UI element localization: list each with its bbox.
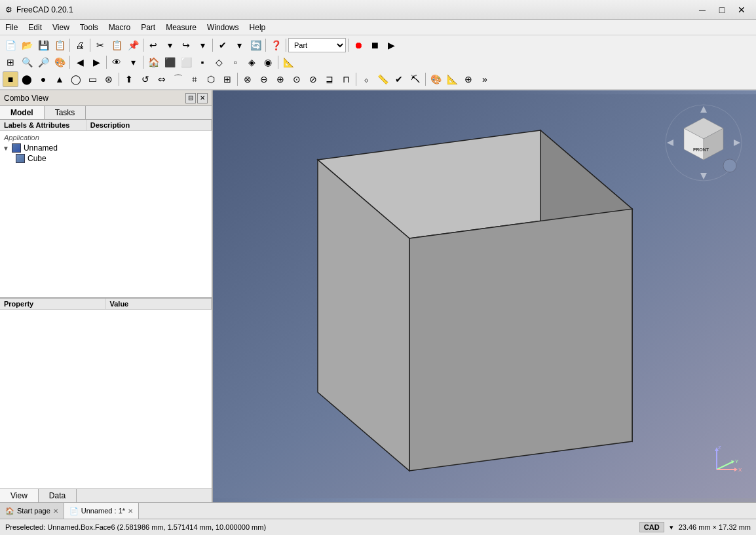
box-button[interactable]: ■ — [3, 71, 18, 87]
compound-button[interactable]: ⊛ — [101, 71, 117, 87]
back-button[interactable]: ◀ — [72, 54, 88, 70]
tree-header: Labels & Attributes Description — [0, 120, 212, 131]
face-button[interactable]: ⬡ — [203, 71, 219, 87]
menu-item-measure[interactable]: Measure — [161, 20, 202, 35]
left-view-button[interactable]: ◈ — [244, 54, 259, 70]
chamfer-button[interactable]: ⌗ — [187, 71, 202, 87]
view-drop-button[interactable]: 👁 — [109, 54, 124, 70]
tab-unnamed-doc[interactable]: 📄 Unnamed : 1* ✕ — [64, 503, 139, 519]
help-button[interactable]: ❓ — [268, 37, 284, 53]
torus-button[interactable]: ◯ — [68, 71, 84, 87]
check-geometry-button[interactable]: ✔ — [391, 71, 407, 87]
more-button[interactable]: ⊕ — [461, 71, 476, 87]
unnamed-doc-close[interactable]: ✕ — [128, 507, 133, 515]
tube-button[interactable]: ▭ — [85, 71, 100, 87]
offset3d-button[interactable]: ⊞ — [219, 71, 235, 87]
float-button[interactable]: ⊟ — [185, 93, 196, 103]
menu-item-part[interactable]: Part — [136, 20, 161, 35]
paste-button[interactable]: 📌 — [125, 37, 141, 53]
refresh-button[interactable]: 🔄 — [248, 37, 263, 53]
measure-view-button[interactable]: 📐 — [280, 54, 296, 70]
std-views-button[interactable]: 🏠 — [145, 54, 161, 70]
common-button[interactable]: ⊙ — [289, 71, 305, 87]
redo-dropdown-button[interactable]: ▾ — [195, 37, 210, 53]
record-macro-button[interactable]: ⏺ — [350, 37, 366, 53]
draw-style-button[interactable]: 🎨 — [52, 54, 67, 70]
menu-item-file[interactable]: File — [0, 20, 23, 35]
model-tasks-tabs: Model Tasks — [0, 106, 212, 120]
tab-start-page[interactable]: 🏠 Start page ✕ — [0, 503, 64, 519]
extrude-button[interactable]: ⬆ — [121, 71, 137, 87]
print-button[interactable]: 🖨 — [72, 37, 88, 53]
cylinder-button[interactable]: ⬤ — [19, 71, 35, 87]
view-drop-arrow[interactable]: ▾ — [125, 54, 141, 70]
toolbar-sep-6 — [286, 39, 286, 52]
tab-tasks[interactable]: Tasks — [45, 106, 86, 119]
minimize-button[interactable]: ─ — [693, 3, 711, 16]
menu-item-view[interactable]: View — [47, 20, 75, 35]
combo-close-button[interactable]: ✕ — [197, 93, 208, 103]
measure2-button[interactable]: 📐 — [444, 71, 460, 87]
section-button[interactable]: ⊘ — [305, 71, 321, 87]
right-view-button[interactable]: ▪ — [195, 54, 210, 70]
zoom-in-button[interactable]: 🔍 — [19, 54, 35, 70]
copy-button[interactable]: 📋 — [109, 37, 124, 53]
measure-part-button[interactable]: 📏 — [375, 71, 390, 87]
sphere-button[interactable]: ● — [35, 71, 51, 87]
close-button[interactable]: ✕ — [732, 3, 751, 16]
front-view-button[interactable]: ⬛ — [162, 54, 178, 70]
revolve-button[interactable]: ↺ — [138, 71, 153, 87]
top-view-button[interactable]: ⬜ — [178, 54, 194, 70]
redo-button[interactable]: ↪ — [178, 37, 194, 53]
zoom-out-button[interactable]: 🔎 — [35, 54, 51, 70]
cone-button[interactable]: ▲ — [52, 71, 67, 87]
cut-part-button[interactable]: ⊖ — [256, 71, 272, 87]
unnamed-icon — [12, 143, 21, 153]
mark-button[interactable]: ✔ — [215, 37, 231, 53]
cad-dropdown-arrow[interactable]: ▾ — [670, 523, 673, 532]
fillet-button[interactable]: ⌒ — [170, 71, 186, 87]
menu-item-macro[interactable]: Macro — [104, 20, 136, 35]
new-file-button[interactable]: 📄 — [3, 37, 18, 53]
exec-macro-button[interactable]: ▶ — [383, 37, 399, 53]
menu-item-windows[interactable]: Windows — [202, 20, 244, 35]
cut-button[interactable]: ✂ — [92, 37, 108, 53]
undo-button[interactable]: ↩ — [145, 37, 161, 53]
cad-badge[interactable]: CAD — [639, 522, 664, 532]
workbench-dropdown[interactable]: Part Part Design Sketcher Draft — [288, 38, 346, 52]
mark-dropdown-button[interactable]: ▾ — [231, 37, 247, 53]
save-button[interactable]: 💾 — [35, 37, 51, 53]
tab-view[interactable]: View — [0, 489, 39, 502]
navigation-cube[interactable]: FRONT — [664, 103, 743, 182]
stop-macro-button[interactable]: ⏹ — [367, 37, 383, 53]
menu-item-edit[interactable]: Edit — [23, 20, 47, 35]
boolean-button[interactable]: ⊗ — [240, 71, 255, 87]
zoom-fit-all-button[interactable]: ⊞ — [3, 54, 18, 70]
menu-item-tools[interactable]: Tools — [75, 20, 104, 35]
tab-data[interactable]: Data — [39, 489, 77, 502]
split-button[interactable]: ⊓ — [338, 71, 354, 87]
mirror-button[interactable]: ⇔ — [154, 71, 170, 87]
appearance-button[interactable]: 🎨 — [428, 71, 444, 87]
compound2-button[interactable]: ⬦ — [358, 71, 374, 87]
viewport[interactable]: FRONT Z Y X — [213, 90, 756, 502]
bottom-view-button[interactable]: ◉ — [260, 54, 276, 70]
defeaturing-button[interactable]: ⛏ — [407, 71, 423, 87]
open-file-button[interactable]: 📂 — [19, 37, 35, 53]
start-page-close[interactable]: ✕ — [53, 507, 58, 515]
saveas-button[interactable]: 📋 — [52, 37, 67, 53]
tab-model[interactable]: Model — [0, 106, 45, 119]
maximize-button[interactable]: □ — [713, 3, 731, 16]
back-view-button[interactable]: ▫ — [227, 54, 243, 70]
menu-item-help[interactable]: Help — [244, 20, 271, 35]
fuse-button[interactable]: ⊕ — [273, 71, 288, 87]
menubar: FileEditViewToolsMacroPartMeasureWindows… — [0, 20, 756, 35]
overflow-button[interactable]: » — [477, 71, 493, 87]
undo-dropdown-button[interactable]: ▾ — [162, 37, 178, 53]
forward-button[interactable]: ▶ — [88, 54, 104, 70]
join-button[interactable]: ⊒ — [322, 71, 337, 87]
tree-item-unnamed[interactable]: ▼ Unnamed — [0, 143, 212, 153]
titlebar-controls: ─ □ ✕ — [693, 3, 751, 16]
iso-view-button[interactable]: ◇ — [211, 54, 227, 70]
tree-item-cube[interactable]: Cube — [10, 153, 212, 164]
